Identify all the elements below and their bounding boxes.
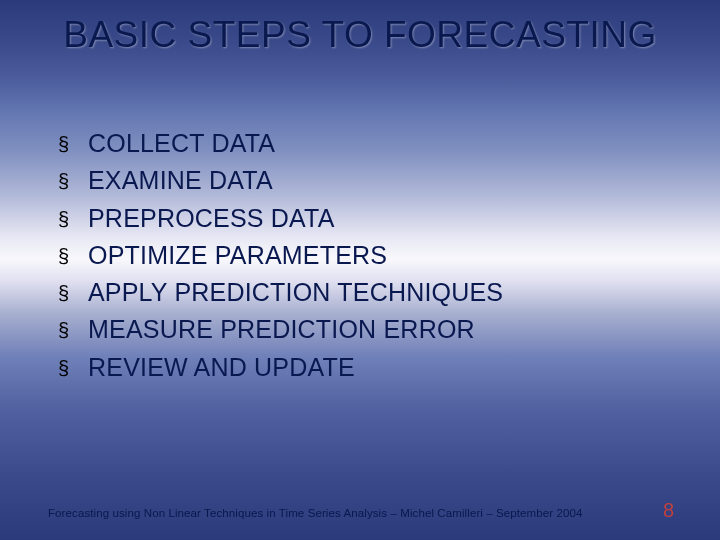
bullet-icon: § <box>58 244 88 269</box>
list-item: § EXAMINE DATA <box>58 165 680 196</box>
list-item: § COLLECT DATA <box>58 128 680 159</box>
list-item: § MEASURE PREDICTION ERROR <box>58 314 680 345</box>
page-number: 8 <box>663 499 674 522</box>
slide-title: BASIC STEPS TO FORECASTING <box>0 14 720 56</box>
list-item: § PREPROCESS DATA <box>58 203 680 234</box>
list-item-text: APPLY PREDICTION TECHNIQUES <box>88 277 503 308</box>
list-item-text: OPTIMIZE PARAMETERS <box>88 240 387 271</box>
list-item-text: REVIEW AND UPDATE <box>88 352 355 383</box>
slide-body: § COLLECT DATA § EXAMINE DATA § PREPROCE… <box>58 128 680 389</box>
list-item-text: EXAMINE DATA <box>88 165 273 196</box>
bullet-icon: § <box>58 169 88 194</box>
slide-footer: Forecasting using Non Linear Techniques … <box>48 499 680 522</box>
list-item-text: COLLECT DATA <box>88 128 275 159</box>
slide: BASIC STEPS TO FORECASTING § COLLECT DAT… <box>0 0 720 540</box>
list-item: § REVIEW AND UPDATE <box>58 352 680 383</box>
list-item-text: MEASURE PREDICTION ERROR <box>88 314 475 345</box>
list-item: § OPTIMIZE PARAMETERS <box>58 240 680 271</box>
bullet-icon: § <box>58 132 88 157</box>
list-item-text: PREPROCESS DATA <box>88 203 335 234</box>
bullet-icon: § <box>58 356 88 381</box>
footer-text: Forecasting using Non Linear Techniques … <box>48 507 582 519</box>
list-item: § APPLY PREDICTION TECHNIQUES <box>58 277 680 308</box>
bullet-icon: § <box>58 318 88 343</box>
bullet-icon: § <box>58 281 88 306</box>
bullet-icon: § <box>58 207 88 232</box>
